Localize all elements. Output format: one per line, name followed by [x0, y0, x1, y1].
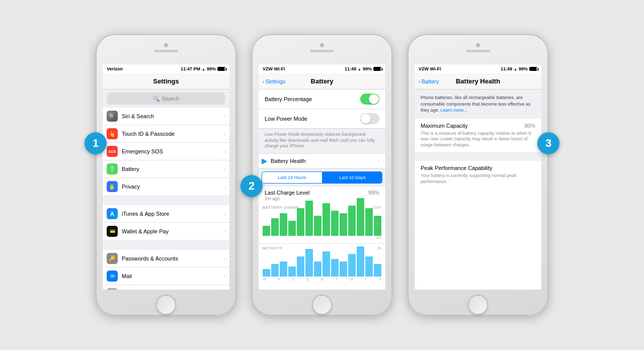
- battery-pct-label: Battery Percentage: [265, 96, 312, 102]
- tab-row: Last 24 Hours Last 10 Days: [259, 168, 385, 187]
- arrow-icon-2: ▲: [358, 67, 361, 71]
- bar-green: [280, 213, 287, 236]
- tab-24h[interactable]: Last 24 Hours: [262, 171, 323, 184]
- settings-title: Settings: [153, 77, 179, 85]
- bar-blue: [331, 259, 339, 277]
- bar-blue: [280, 261, 287, 277]
- back-label-3: Battery: [422, 78, 439, 84]
- siri-icon: 🔍: [107, 111, 118, 122]
- bar-blue: [297, 256, 304, 277]
- speaker-bar: [466, 50, 490, 52]
- search-bar[interactable]: 🔍 Search: [103, 90, 229, 108]
- battery-usage-chart: BATTERY USAGE 100% 50% 0%: [259, 203, 385, 243]
- peak-perf-note: Your battery is currently supporting nor…: [421, 173, 535, 185]
- bar-green: [348, 206, 356, 236]
- back-button-2[interactable]: ‹ Settings: [263, 78, 285, 84]
- carrier-1: Verizon: [107, 66, 123, 71]
- toggle-knob: [369, 94, 379, 104]
- list-item[interactable]: A iTunes & App Store ›: [103, 205, 229, 223]
- chevron-icon: ›: [224, 149, 225, 154]
- sos-label: Emergency SOS: [122, 148, 224, 154]
- day-label: T: [365, 278, 367, 281]
- battery-label: Battery: [122, 166, 224, 172]
- phone-3: VZW Wi-Fi 11:49 ▲ 99% ‹ Battery Battery …: [408, 34, 548, 316]
- list-item[interactable]: 👤 Contacts ›: [103, 285, 229, 290]
- nav-bar-3: ‹ Battery Battery Health: [415, 73, 541, 90]
- max-capacity-value: 90%: [524, 123, 535, 129]
- section-gap: [103, 240, 229, 250]
- step-2-circle: 2: [240, 175, 263, 197]
- itunes-label: iTunes & App Store: [122, 211, 224, 217]
- phone-2-wrapper: 2 VZW Wi-Fi 11:49 ▲ 99%: [252, 34, 392, 316]
- home-button-1[interactable]: [156, 295, 176, 315]
- low-power-toggle[interactable]: [360, 113, 379, 124]
- phone-1-top: [97, 43, 235, 52]
- settings-list: 🔍 Search 🔍 Siri & Search ›: [103, 90, 229, 290]
- day-label: S: [292, 278, 294, 281]
- bar-green: [331, 211, 339, 236]
- phone-2-top: [253, 43, 391, 52]
- chevron-icon: ›: [224, 256, 225, 261]
- list-item[interactable]: ✋ Privacy ›: [103, 178, 229, 195]
- battery-percentage-toggle[interactable]: [360, 94, 379, 105]
- list-item[interactable]: 🔋 Battery ›: [103, 160, 229, 178]
- bhealth-gap: [415, 153, 541, 161]
- battery-health-row[interactable]: Battery Health ›: [259, 154, 385, 168]
- wallet-icon: 💳: [107, 226, 118, 237]
- bar-blue: [348, 254, 356, 277]
- passwords-label: Passwords & Accounts: [122, 255, 224, 261]
- passwords-icon: 🔑: [107, 253, 118, 264]
- day-label: T: [336, 278, 338, 281]
- day-label: M: [320, 278, 324, 281]
- max-capacity-section: Maximum Capacity 90% This is a measure o…: [415, 119, 541, 153]
- home-button-3[interactable]: [468, 295, 488, 315]
- low-power-row: Low Power Mode: [259, 109, 385, 128]
- bar-blue: [340, 261, 347, 277]
- mail-icon: ✉: [107, 271, 118, 282]
- arrow-indicator: ▶: [262, 157, 267, 165]
- nav-bar-1: Settings: [103, 73, 229, 90]
- list-item[interactable]: 🔍 Siri & Search ›: [103, 108, 229, 125]
- search-input[interactable]: 🔍 Search: [107, 93, 225, 105]
- battery-pct-3: 99%: [519, 66, 528, 71]
- list-item[interactable]: 🔑 Passwords & Accounts ›: [103, 250, 229, 268]
- list-item[interactable]: ✉ Mail ›: [103, 268, 229, 285]
- day-label: F: [379, 278, 381, 281]
- charge-info: Last Charge Level 99% 2m ago: [259, 187, 385, 203]
- battery-usage-label: BATTERY USAGE: [263, 205, 299, 210]
- peak-perf-section: Peak Performance Capability Your battery…: [415, 161, 541, 189]
- max-capacity-note: This is a measure of battery capacity re…: [421, 131, 535, 148]
- list-item[interactable]: 💳 Wallet & Apple Pay ›: [103, 223, 229, 240]
- back-button-3[interactable]: ‹ Battery: [419, 78, 439, 84]
- camera-dot: [164, 43, 168, 47]
- chevron-icon: ›: [224, 211, 225, 217]
- bar-blue: [357, 246, 364, 277]
- battery-menu-icon: 🔋: [107, 163, 118, 174]
- tab-10d[interactable]: Last 10 Days: [323, 171, 382, 184]
- phone-3-top: [409, 43, 547, 52]
- list-item[interactable]: SOS Emergency SOS ›: [103, 143, 229, 160]
- touchid-label: Touch ID & Passcode: [122, 131, 224, 137]
- home-button-2[interactable]: [312, 295, 332, 315]
- bar-green: [288, 221, 296, 236]
- privacy-icon: ✋: [107, 181, 118, 192]
- bar-green: [357, 198, 364, 236]
- battery-icon-3: [529, 67, 537, 71]
- bar-green: [314, 216, 321, 236]
- list-item[interactable]: 👆 Touch ID & Passcode ›: [103, 125, 229, 143]
- bar-green: [271, 218, 279, 236]
- settings-section-2: A iTunes & App Store › 💳 Wallet & Apple …: [103, 205, 229, 240]
- chevron-icon: ›: [224, 274, 225, 279]
- learn-more-link[interactable]: Learn more...: [441, 108, 468, 113]
- bar-blue: [305, 249, 313, 277]
- toggle-knob: [361, 114, 371, 124]
- battery-percentage-row: Battery Percentage: [259, 90, 385, 109]
- phone-1-wrapper: 1 Verizon 11:47 PM ▲ 99%: [96, 34, 236, 316]
- battery-pct-2: 99%: [363, 66, 372, 71]
- chevron-icon: ›: [378, 158, 379, 164]
- phone-1: Verizon 11:47 PM ▲ 99% Settings: [96, 34, 236, 316]
- mail-label: Mail: [122, 273, 224, 279]
- settings-section-1: 🔍 Siri & Search › 👆 Touch ID & Passcode …: [103, 108, 229, 195]
- battery-screen-title: Battery: [311, 77, 334, 85]
- max-capacity-label: Maximum Capacity: [421, 123, 468, 129]
